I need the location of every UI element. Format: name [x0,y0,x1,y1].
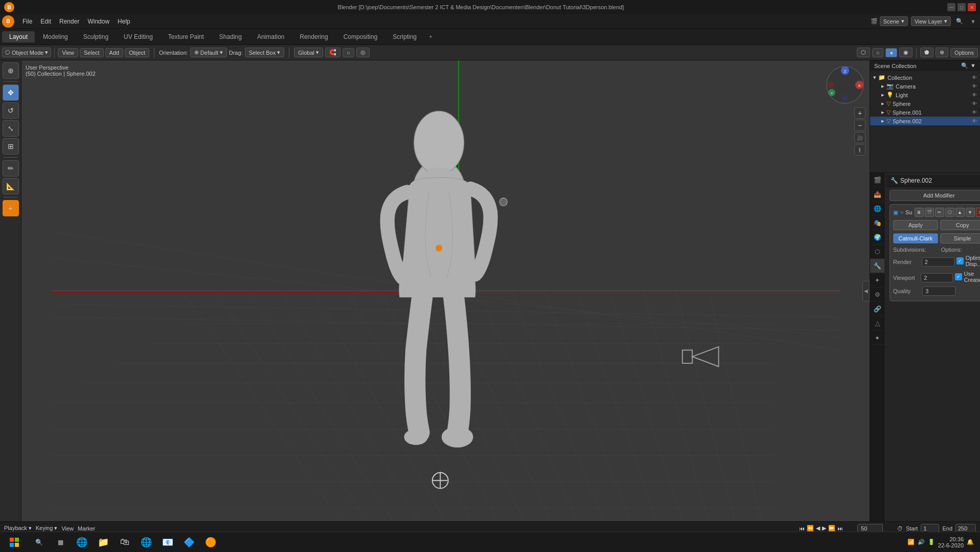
viewport-3d[interactable]: User Perspective (50) Collection | Spher… [21,60,870,521]
jump-start-button[interactable]: ⏮ [799,525,805,532]
object-menu[interactable]: Object [125,48,149,57]
windows-start-button[interactable] [2,532,27,553]
camera-view-button[interactable]: 🎥 [854,132,865,143]
simple-button[interactable]: Simple [940,233,980,244]
timeline-marker-menu[interactable]: Marker [78,525,95,532]
menu-window[interactable]: Window [83,17,113,26]
gizmo-button[interactable]: ⊕ [936,48,948,57]
scene-props-icon[interactable]: 🎭 [870,216,884,230]
tab-layout[interactable]: Layout [2,31,35,42]
visibility-icon[interactable]: 👁 [972,92,977,98]
explorer-button[interactable]: 📁 [93,533,113,551]
move-up-button[interactable]: ▲ [955,208,965,217]
use-creases-checkbox[interactable]: ✓ [955,273,962,280]
outliner-light[interactable]: ▸ 💡 Light 👁 [870,91,980,99]
vscode-button[interactable]: 🔷 [179,533,199,551]
prev-keyframe-button[interactable]: ⏪ [807,525,814,532]
scale-tool-button[interactable]: ⤡ [3,120,19,137]
global-selector[interactable]: Global ▾ [294,48,323,57]
tab-shading[interactable]: Shading [212,31,249,42]
timeline-view-menu[interactable]: View [61,525,74,532]
tab-modeling[interactable]: Modeling [36,31,75,42]
realtime-button[interactable]: 🖥 [915,208,924,217]
outliner-search-icon[interactable]: 🔍 [961,62,968,69]
tab-texture-paint[interactable]: Texture Paint [161,31,211,42]
catmull-clark-button[interactable]: Catmull-Clark [893,233,938,244]
visibility-icon[interactable]: 👁 [972,75,977,80]
tab-uv-editing[interactable]: UV Editing [117,31,160,42]
view-layer-props-icon[interactable]: 🌐 [870,202,884,216]
mail-button[interactable]: 📧 [157,533,178,551]
options-button[interactable]: Options [950,48,978,57]
visibility-icon[interactable]: 👁 [972,118,977,124]
blender-taskbar-button[interactable]: 🟠 [200,533,221,551]
outliner-filter-icon[interactable]: ▼ [970,62,976,69]
tab-rendering[interactable]: Rendering [292,31,335,42]
modifier-props-icon active[interactable]: 🔧 [870,259,884,273]
play-reverse-button[interactable]: ◀ [816,525,820,532]
add-workspace-button[interactable]: + [425,31,437,42]
outliner-collection[interactable]: ▾ 📁 Collection 👁 [870,73,980,82]
panel-collapse-button[interactable]: ◀ [862,281,870,301]
search-button[interactable]: 🔍 [954,17,965,26]
tab-scripting[interactable]: Scripting [385,31,424,42]
add-menu[interactable]: Add [105,48,124,57]
physics-icon[interactable]: ⚙ [870,288,884,302]
outliner-sphere[interactable]: ▸ ▽ Sphere 👁 [870,99,980,108]
copy-button[interactable]: Copy [940,220,980,230]
cage-button[interactable]: ⬡ [945,208,954,217]
minimize-button[interactable]: ─ [947,3,955,11]
play-button[interactable]: ▶ [822,525,826,532]
optimal-display-checkbox[interactable]: ✓ [956,257,964,264]
object-props-icon[interactable]: ⬡ [870,245,884,259]
add-tool-button[interactable]: + [3,200,19,216]
delete-modifier-button[interactable]: ✕ [976,208,980,217]
select-menu[interactable]: Select [80,48,104,57]
output-props-icon[interactable]: 📤 [870,187,884,202]
menu-help[interactable]: Help [113,17,134,26]
mod-checkbox[interactable]: ▣ [893,209,898,216]
viewport-shading-2[interactable]: ○ [872,48,884,57]
transform-tool-button[interactable]: ⊞ [3,138,19,154]
menu-render[interactable]: Render [55,17,83,26]
drag-selector[interactable]: Select Box ▾ [245,48,285,57]
store-button[interactable]: 🛍 [115,533,135,551]
particles-icon[interactable]: ✦ [870,273,884,288]
notification-icon[interactable]: 🔔 [967,539,974,545]
world-props-icon[interactable]: 🌍 [870,230,884,245]
search-taskbar-button[interactable]: 🔍 [29,533,49,551]
zoom-in-button[interactable]: + [854,107,865,119]
mode-selector[interactable]: ⬡ Object Mode ▾ [2,48,51,57]
ie-button[interactable]: 🌐 [72,533,92,551]
overlay-button[interactable]: ⬟ [920,48,933,57]
scene-selector[interactable]: Scene ▾ [880,16,908,26]
quality-value[interactable]: 3 [922,286,955,296]
viewport-value[interactable]: 2 [921,273,952,282]
add-modifier-button[interactable]: Add Modifier [890,190,980,201]
cursor-tool-button[interactable]: ⊕ [3,62,19,79]
clock[interactable]: 20:36 22-6-2020 [938,536,964,548]
fly-navigate-button[interactable]: 🚶 [854,144,865,156]
tab-animation[interactable]: Animation [250,31,291,42]
move-down-button[interactable]: ▼ [966,208,975,217]
outliner-sphere001[interactable]: ▸ ▽ Sphere.001 👁 [870,108,980,117]
menu-file[interactable]: File [18,17,36,26]
viewlayer-selector[interactable]: View Layer ▾ [911,16,951,26]
viewport-shading-1[interactable]: ⬡ [857,48,870,57]
viewport-shading-3[interactable]: ● [885,48,897,57]
menu-edit[interactable]: Edit [36,17,55,26]
data-icon[interactable]: △ [870,316,884,330]
maximize-button[interactable]: □ [958,3,966,11]
render-props-icon[interactable]: 🎬 [870,173,884,187]
task-view-button[interactable]: ▦ [50,533,71,551]
apply-button[interactable]: Apply [893,220,938,230]
transform-pivot-button[interactable]: ◎ [356,48,370,57]
tab-compositing[interactable]: Compositing [336,31,385,42]
view-menu[interactable]: View [58,48,78,57]
playback-selector[interactable]: Playback ▾ [4,525,32,532]
outliner-camera[interactable]: ▸ 📷 Camera 👁 [870,82,980,91]
zoom-out-button[interactable]: − [854,120,865,131]
keying-selector[interactable]: Keying ▾ [36,525,58,532]
viewport-shading-4[interactable]: ◉ [899,48,913,57]
close-button[interactable]: ✕ [968,3,976,11]
